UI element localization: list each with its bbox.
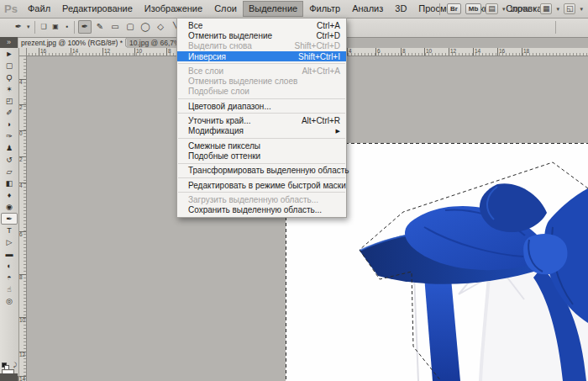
launch-bridge-button[interactable]: Br — [447, 3, 461, 14]
hand-tool[interactable]: ☝ — [1, 283, 18, 295]
collapse-panel-chevron-icon[interactable]: » — [0, 37, 18, 48]
type-tool[interactable]: T — [1, 225, 18, 236]
fill-pixels-icon[interactable]: ▪ — [62, 20, 72, 34]
ruler-number: 4 — [349, 48, 352, 54]
rounded-rectangle-tool-button[interactable]: ▢ — [123, 20, 137, 34]
ruler-number: 0 — [19, 131, 23, 136]
menu-item-label: Отменить выделение слоев — [188, 77, 297, 86]
menubar-item-3[interactable]: Слои — [208, 1, 243, 17]
menubar-item-6[interactable]: Анализ — [346, 1, 389, 17]
menubar-item-0[interactable]: Файл — [22, 1, 56, 17]
zoom-tool[interactable]: ◎ — [1, 295, 18, 307]
select-menu-item-15[interactable]: Подобные оттенки — [177, 151, 346, 161]
menu-item-label: Трансформировать выделенную область — [188, 166, 349, 175]
shape-layers-icon[interactable]: ❑ — [39, 20, 49, 34]
ruler-tick — [39, 48, 39, 56]
select-menu-item-0[interactable]: ВсеCtrl+A — [177, 20, 346, 30]
crop-tool[interactable]: ◰ — [1, 95, 18, 107]
ruler-number: 4 — [19, 183, 23, 188]
lasso-tool[interactable]: Ϙ — [1, 71, 18, 83]
select-menu-item-12[interactable]: Модификация▶ — [177, 126, 346, 136]
ruler-number: 6 — [19, 232, 23, 237]
blur-tool[interactable]: ♦ — [1, 189, 18, 201]
view-extras-icon[interactable]: ▤ — [486, 3, 498, 14]
select-menu-item-11[interactable]: Уточнить край...Alt+Ctrl+R — [177, 115, 346, 125]
rectangle-tool-button[interactable]: ▭ — [108, 20, 122, 34]
rectangular-marquee-tool[interactable]: ▢ — [1, 60, 18, 71]
menu-item-label: Выделить снова — [188, 41, 252, 50]
toolbar-bottom-strip — [0, 373, 18, 381]
swap-colors-icon[interactable]: ⤸ — [13, 362, 17, 368]
ruler-number: 16 — [499, 48, 505, 54]
pen-tool[interactable]: ✒ — [1, 213, 18, 225]
magic-wand-tool[interactable]: ✶ — [1, 83, 18, 95]
ruler-tick — [449, 48, 449, 56]
gradient-tool[interactable]: ◧ — [1, 177, 18, 189]
default-colors-icon[interactable] — [2, 362, 8, 368]
ruler-tick — [497, 48, 498, 56]
eyedropper-tool[interactable]: ✐ — [1, 107, 18, 119]
history-brush-tool[interactable]: ↺ — [1, 154, 18, 166]
clone-stamp-tool[interactable]: ♟ — [1, 142, 18, 154]
menu-separator — [178, 138, 345, 139]
menubar-item-5[interactable]: Фильтр — [303, 1, 346, 17]
menubar-item-4[interactable]: Выделение — [243, 1, 303, 17]
menu-item-shortcut: Shift+Ctrl+I — [298, 52, 340, 61]
vertical-ruler: 4202468101214 — [18, 56, 27, 381]
screen-mode-icon[interactable]: ◱ — [564, 3, 576, 14]
tools-panel: ►▢Ϙ✶◰✐◗✑♟↺▱◧♦◉✒T▷▬◐◓☝◎ ⤸ — [0, 48, 19, 381]
ruler-number: 8 — [168, 48, 171, 54]
menu-item-label: Подобные слои — [188, 87, 249, 96]
toolbar-tools: ►▢Ϙ✶◰✐◗✑♟↺▱◧♦◉✒T▷▬◐◓☝◎ — [0, 48, 18, 307]
ruler-number: 2 — [19, 157, 23, 162]
arrange-documents-icon[interactable]: ▦ — [540, 3, 553, 14]
eraser-tool[interactable]: ▱ — [1, 166, 18, 177]
ruler-number: 10 — [426, 48, 432, 54]
menu-separator — [178, 192, 345, 193]
rotate-3d-tool[interactable]: ◐ — [1, 260, 18, 272]
document-tab-0[interactable]: prezent.jpg @ 100% (RGB/8#) *× — [18, 37, 132, 48]
tool-preset-button[interactable]: ✒ ▾ — [12, 20, 30, 34]
ellipse-tool-button[interactable]: ◯ — [139, 20, 152, 34]
brush-tool[interactable]: ✑ — [1, 130, 18, 142]
select-menu-item-14[interactable]: Смежные пикселы — [177, 140, 346, 151]
ruler-number: 12 — [19, 352, 25, 357]
ruler-number: 6 — [377, 48, 381, 54]
menubar-item-7[interactable]: 3D — [389, 1, 412, 17]
chevron-down-icon: ▾ — [533, 6, 536, 13]
healing-brush-tool[interactable]: ◗ — [1, 119, 18, 130]
select-menu-item-19[interactable]: Редактировать в режиме быстрой маски — [177, 180, 346, 190]
freeform-pen-button[interactable]: ✎ — [93, 20, 107, 34]
ruler-tick — [166, 48, 167, 56]
pen-tool-icon: ✒ — [12, 20, 25, 34]
select-menu-item-1[interactable]: Отменить выделениеCtrl+D — [177, 30, 346, 40]
ruler-tick — [375, 48, 376, 56]
ruler-tick — [347, 48, 348, 56]
paths-mode-icon[interactable]: ▣ — [50, 20, 60, 34]
select-menu-item-22[interactable]: Сохранить выделенную область... — [177, 204, 346, 214]
submenu-arrow-icon: ▶ — [336, 128, 340, 135]
ruler-tick — [134, 48, 135, 56]
select-menu-item-9[interactable]: Цветовой диапазон... — [177, 101, 346, 111]
path-selection-tool[interactable]: ▷ — [1, 236, 18, 248]
menubar-item-2[interactable]: Изображение — [139, 1, 208, 17]
launch-mini-bridge-button[interactable]: Mb — [465, 3, 482, 14]
ruler-number: 8 — [402, 48, 406, 54]
menu-item-label: Отменить выделение — [188, 31, 272, 40]
select-menu-item-3[interactable]: ИнверсияShift+Ctrl+I — [177, 51, 346, 61]
menu-item-shortcut: Ctrl+A — [317, 21, 340, 30]
menubar-item-1[interactable]: Редактирование — [56, 1, 139, 17]
drawing-mode-group: ❑ ▣ ▪ — [39, 20, 72, 34]
chevron-down-icon: ▾ — [556, 6, 559, 13]
menu-separator — [178, 177, 345, 178]
ruler-number: 12 — [104, 48, 110, 54]
orbit-3d-tool[interactable]: ◓ — [1, 272, 18, 283]
ruler-tick — [71, 48, 71, 56]
zoom-level-control[interactable]: 100% — [509, 5, 528, 13]
dodge-tool[interactable]: ◉ — [1, 201, 18, 213]
move-tool[interactable]: ► — [1, 48, 18, 60]
polygon-tool-button[interactable]: ◇ — [154, 20, 167, 34]
select-menu-item-17[interactable]: Трансформировать выделенную область — [177, 166, 346, 176]
shape-tool[interactable]: ▬ — [1, 248, 18, 260]
pen-tool-button[interactable]: ✒ — [78, 20, 92, 34]
